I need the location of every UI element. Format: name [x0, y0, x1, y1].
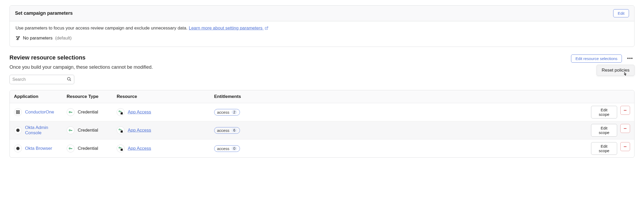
key-icon [67, 126, 75, 134]
svg-rect-32 [121, 131, 122, 132]
svg-rect-33 [122, 131, 123, 132]
campaign-parameters-header: Set campaign parameters Edit [10, 6, 634, 21]
minus-icon: − [624, 126, 627, 132]
svg-rect-51 [122, 150, 123, 151]
campaign-parameters-card: Set campaign parameters Edit Use paramet… [9, 5, 635, 47]
reset-policies-label: Reset policies [602, 68, 630, 73]
campaign-parameters-desc-text: Use parameters to focus your access revi… [16, 26, 189, 31]
application-cell: ConductorOne [14, 108, 58, 116]
edit-parameters-button[interactable]: Edit [613, 9, 629, 17]
svg-rect-49 [122, 149, 123, 150]
dots-horizontal-icon: ••• [627, 56, 633, 61]
entitlement-count: 6 [232, 128, 237, 132]
resource-section-actions: Edit resource selections ••• Reset polic… [571, 54, 635, 63]
entitlement-badge[interactable]: access 0 [214, 145, 240, 152]
application-cell: Okta Admin Console [14, 125, 58, 136]
resource-cell: App Access [117, 108, 206, 116]
edit-scope-button[interactable]: Edit scope [591, 142, 617, 155]
external-link-icon [265, 26, 268, 30]
svg-rect-35 [122, 132, 123, 132]
app-icon [14, 108, 22, 116]
svg-line-0 [266, 27, 268, 28]
filter-off-icon [16, 36, 20, 41]
remove-row-button[interactable]: − [620, 106, 630, 115]
svg-rect-48 [121, 149, 122, 150]
key-icon [67, 108, 75, 116]
svg-rect-8 [18, 112, 19, 114]
resource-link[interactable]: App Access [128, 110, 151, 115]
resource-type-text: Credential [78, 110, 98, 115]
key-icon [67, 145, 75, 152]
application-link[interactable]: Okta Browser [25, 146, 52, 151]
resource-cell: App Access [117, 126, 206, 134]
search-input[interactable] [12, 77, 67, 82]
svg-rect-5 [16, 111, 18, 112]
campaign-parameters-title: Set campaign parameters [15, 11, 73, 16]
svg-rect-6 [18, 111, 19, 112]
entitlement-badge[interactable]: access 6 [214, 127, 240, 134]
actions-cell: Edit scope − [591, 106, 630, 118]
resource-type-text: Credential [78, 146, 98, 151]
no-parameters-label: No parameters [23, 36, 52, 41]
resource-section-subtitle: Once you build your campaign, these sele… [9, 64, 635, 70]
resource-link[interactable]: App Access [128, 128, 151, 133]
reset-policies-popover[interactable]: Reset policies [597, 65, 635, 76]
application-cell: Okta Browser [14, 145, 58, 152]
campaign-parameters-description: Use parameters to focus your access revi… [16, 26, 628, 31]
svg-rect-50 [121, 150, 122, 151]
entitlement-label: access [217, 146, 229, 151]
resource-cell: App Access [117, 145, 206, 152]
entitlement-count: 0 [232, 146, 237, 151]
no-parameters-row: No parameters (default) [16, 36, 628, 41]
key-grid-icon [117, 108, 125, 116]
app-icon [14, 145, 22, 152]
table-row: Okta Browser Credential [10, 140, 634, 158]
remove-row-button[interactable]: − [620, 124, 630, 133]
table-row: Okta Admin Console Credential [10, 121, 634, 140]
resource-link[interactable]: App Access [128, 146, 151, 151]
entitlement-badge[interactable]: access 2 [214, 109, 240, 116]
key-grid-icon [117, 145, 125, 152]
entitlement-label: access [217, 128, 229, 133]
actions-cell: Edit scope − [591, 142, 630, 155]
application-link[interactable]: ConductorOne [25, 110, 54, 115]
svg-rect-16 [121, 113, 122, 113]
col-entitlements: Entitlements [210, 90, 587, 103]
col-resource-type: Resource Type [62, 90, 112, 103]
resource-section-header: Review resource selections Edit resource… [9, 54, 635, 63]
resource-type-text: Credential [78, 128, 98, 133]
col-actions [587, 90, 634, 103]
app-icon [14, 126, 22, 134]
svg-rect-19 [122, 113, 123, 114]
resource-type-cell: Credential [67, 145, 108, 152]
minus-icon: − [624, 107, 627, 113]
default-label: (default) [55, 36, 71, 41]
col-resource: Resource [112, 90, 210, 103]
edit-scope-button[interactable]: Edit scope [591, 106, 617, 118]
actions-cell: Edit scope − [591, 124, 630, 137]
col-application: Application [10, 90, 62, 103]
resource-section-title: Review resource selections [9, 54, 86, 61]
edit-resource-selections-button[interactable]: Edit resource selections [571, 54, 622, 63]
application-link[interactable]: Okta Admin Console [25, 125, 58, 136]
learn-more-text: Learn more about setting parameters [189, 26, 263, 31]
key-grid-icon [117, 126, 125, 134]
resources-table: Application Resource Type Resource Entit… [10, 90, 634, 157]
campaign-parameters-body: Use parameters to focus your access revi… [10, 21, 634, 47]
svg-rect-34 [121, 132, 122, 132]
remove-row-button[interactable]: − [620, 142, 630, 151]
resource-type-cell: Credential [67, 126, 108, 134]
svg-rect-17 [122, 113, 123, 113]
table-row: ConductorOne Credential [10, 103, 634, 121]
search-icon [67, 77, 71, 82]
learn-more-link[interactable]: Learn more about setting parameters [189, 26, 268, 31]
entitlement-count: 2 [232, 110, 237, 114]
svg-line-4 [70, 80, 71, 81]
entitlement-label: access [217, 110, 229, 115]
svg-rect-7 [16, 112, 18, 114]
resource-search-box[interactable] [9, 75, 74, 84]
resource-type-cell: Credential [67, 108, 108, 116]
edit-scope-button[interactable]: Edit scope [591, 124, 617, 137]
minus-icon: − [624, 144, 627, 150]
more-actions-button[interactable]: ••• [626, 54, 635, 63]
